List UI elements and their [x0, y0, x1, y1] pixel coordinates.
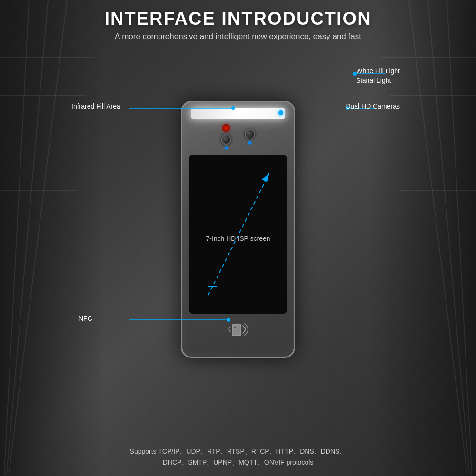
camera-module-left — [221, 124, 231, 149]
svg-rect-10 — [232, 324, 241, 336]
protocols-line2: DHCP、SMTP、UPNP、MQTT、ONVIF protocols — [130, 457, 347, 467]
fill-light-bar — [191, 108, 285, 119]
infrared-fill-label: Infrared Fill Area — [71, 102, 120, 111]
device-screen: 7-Inch HD ISP screen — [189, 155, 287, 314]
ir-dot-left — [225, 147, 228, 149]
nfc-icon — [224, 317, 252, 341]
device: 7-Inch HD ISP screen — [181, 101, 295, 358]
nfc-area — [224, 317, 252, 341]
camera-lens-left — [221, 134, 231, 145]
camera-module-right — [245, 129, 255, 144]
page-subtitle: A more comprehensive and intelligent new… — [104, 32, 371, 41]
svg-marker-9 — [262, 173, 269, 182]
page-title: INTERFACE INTRODUCTION — [104, 9, 371, 29]
white-fill-light-label: White Fill Light Sianal Light — [356, 67, 400, 85]
signal-light — [278, 110, 283, 115]
nfc-label: NFC — [79, 314, 92, 324]
camera-area — [214, 123, 262, 149]
dual-cameras-label: Dual HD Cameras — [346, 102, 400, 111]
device-area: 7-Inch HD ISP screen White Fi — [71, 49, 405, 410]
protocols-line1: Supports TCP/IP、UDP、RTP、RTSP、RTCP、HTTP、D… — [130, 446, 347, 456]
camera-lens-right — [245, 129, 255, 139]
ir-dot-right — [248, 141, 251, 144]
screen-label: 7-Inch HD ISP screen — [206, 235, 270, 242]
ir-light-left — [222, 124, 230, 132]
page-content: INTERFACE INTRODUCTION A more comprehens… — [0, 0, 476, 476]
svg-rect-11 — [234, 327, 236, 328]
protocols-section: Supports TCP/IP、UDP、RTP、RTSP、RTCP、HTTP、D… — [130, 446, 347, 467]
title-section: INTERFACE INTRODUCTION A more comprehens… — [104, 9, 371, 41]
